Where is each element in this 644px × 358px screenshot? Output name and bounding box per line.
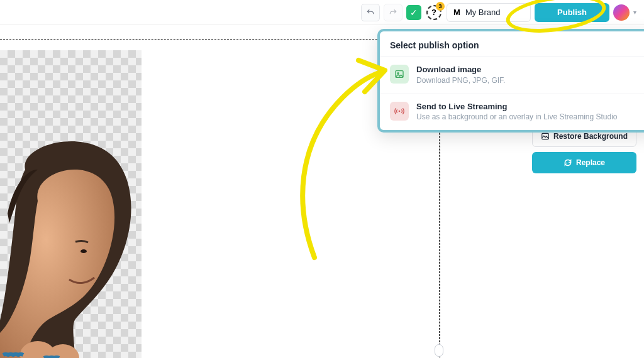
chevron-down-icon[interactable]: ▾ [633,9,636,16]
refresh-icon [564,158,572,167]
replace-label: Replace [576,158,605,167]
guide-handle[interactable] [435,344,443,357]
svg-point-8 [397,73,399,74]
avatar[interactable] [613,4,630,21]
svg-point-9 [399,110,401,112]
restore-background-label: Restore Background [553,132,628,141]
image-icon [541,132,550,141]
transparency-checker [0,50,142,358]
redo-icon [389,8,397,17]
publish-option-title: Download image [416,65,505,75]
image-icon [390,65,409,84]
broadcast-icon [390,102,409,121]
brand-initial: M [453,8,460,17]
saved-check-icon: ✓ [406,5,421,20]
help-badge: 3 [436,2,445,11]
replace-button[interactable]: Replace [532,152,636,173]
redo-button[interactable] [384,4,402,21]
publish-option-live[interactable]: Send to Live Streaming Use as a backgrou… [380,94,644,131]
publish-button[interactable]: Publish [535,3,609,22]
publish-option-title: Send to Live Streaming [416,102,618,112]
undo-icon [366,8,375,17]
help-button[interactable]: ? 3 [425,4,443,21]
publish-option-subtitle: Download PNG, JPG, GIF. [416,76,505,85]
brand-name: My Brand [465,8,501,17]
top-bar: ✓ ? 3 M My Brand Publish ▾ [0,0,644,25]
undo-button[interactable] [361,4,380,21]
publish-popup-title: Select publish option [380,38,644,57]
brand-selector[interactable]: M My Brand [447,3,531,22]
publish-popup: Select publish option Download image Dow… [377,29,644,133]
svg-point-2 [80,249,87,253]
publish-option-subtitle: Use as a background or an overlay in Liv… [416,112,618,121]
publish-option-download[interactable]: Download image Download PNG, JPG, GIF. [380,57,644,94]
portrait-image [0,132,142,358]
